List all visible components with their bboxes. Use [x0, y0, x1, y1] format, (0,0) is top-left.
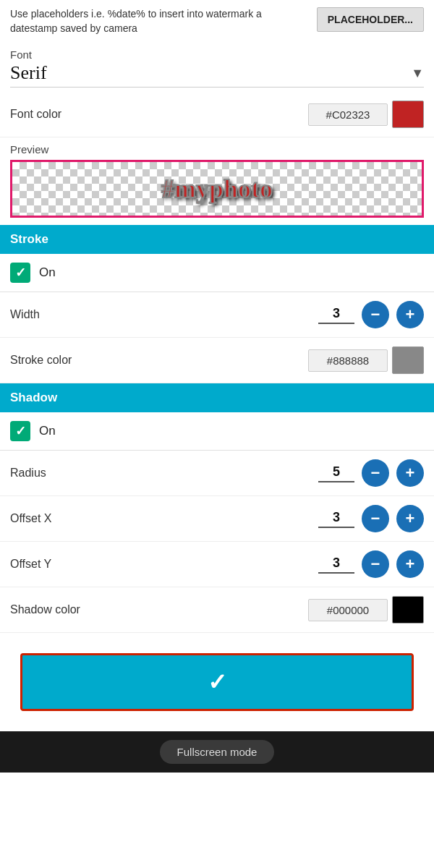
bottom-bar: Fullscreen mode — [0, 731, 434, 773]
font-name-display: Serif — [10, 62, 47, 84]
stroke-on-checkbox[interactable]: ✓ — [10, 263, 30, 283]
shadow-radius-plus-button[interactable] — [396, 459, 424, 487]
shadow-color-input-group: #000000 — [308, 596, 424, 624]
shadow-radius-minus-button[interactable] — [362, 459, 389, 487]
stroke-color-swatch[interactable] — [392, 346, 424, 374]
stroke-color-label: Stroke color — [10, 354, 72, 367]
stroke-color-row: Stroke color #888888 — [0, 338, 434, 383]
preview-text: #myphoto — [161, 174, 273, 204]
font-dropdown-arrow[interactable]: ▼ — [411, 66, 424, 81]
stroke-width-minus-button[interactable] — [362, 301, 389, 328]
font-label: Font — [10, 48, 424, 61]
shadow-radius-label: Radius — [10, 467, 46, 480]
shadow-checkmark-icon: ✓ — [15, 423, 26, 439]
font-color-label: Font color — [10, 108, 61, 121]
confirm-button[interactable]: ✓ — [20, 653, 414, 711]
font-select-row[interactable]: Serif ▼ — [10, 62, 424, 88]
stroke-header-text: Stroke — [10, 232, 48, 246]
stroke-color-hex[interactable]: #888888 — [308, 349, 388, 372]
stroke-header: Stroke — [0, 225, 434, 254]
font-section: Font Serif ▼ — [0, 41, 434, 92]
shadow-offset-y-controls: 3 — [318, 550, 424, 578]
shadow-offset-y-row: Offset Y 3 — [0, 542, 434, 587]
shadow-offset-y-value: 3 — [318, 556, 354, 574]
shadow-color-hex[interactable]: #000000 — [308, 599, 388, 621]
shadow-color-swatch[interactable] — [392, 596, 424, 624]
shadow-offset-x-minus-button[interactable] — [362, 505, 389, 532]
stroke-width-label: Width — [10, 308, 40, 321]
stroke-width-plus-button[interactable] — [396, 301, 424, 328]
stroke-on-label: On — [39, 265, 56, 280]
stroke-color-input-group: #888888 — [308, 346, 424, 374]
shadow-offset-y-plus-button[interactable] — [396, 550, 424, 578]
confirm-check-icon: ✓ — [208, 668, 227, 696]
stroke-width-value: 3 — [318, 306, 354, 324]
shadow-header-text: Shadow — [10, 391, 57, 404]
stroke-checkmark-icon: ✓ — [15, 265, 26, 281]
shadow-radius-controls: 5 — [318, 459, 424, 487]
shadow-on-checkbox[interactable]: ✓ — [10, 421, 30, 441]
shadow-on-label: On — [39, 424, 56, 438]
shadow-offset-x-label: Offset X — [10, 512, 52, 525]
shadow-offset-x-row: Offset X 3 — [0, 496, 434, 542]
shadow-offset-x-value: 3 — [318, 510, 354, 528]
shadow-offset-x-controls: 3 — [318, 505, 424, 532]
top-section: Use placeholders i.e. %date% to insert i… — [0, 0, 434, 41]
preview-label: Preview — [10, 143, 424, 156]
stroke-on-row: ✓ On — [0, 254, 434, 292]
confirm-section: ✓ — [0, 633, 434, 731]
shadow-color-label: Shadow color — [10, 603, 80, 616]
font-color-hex[interactable]: #C02323 — [308, 103, 388, 126]
stroke-width-controls: 3 — [318, 301, 424, 328]
shadow-on-row: ✓ On — [0, 412, 434, 450]
fullscreen-button[interactable]: Fullscreen mode — [160, 740, 275, 764]
shadow-radius-row: Radius 5 — [0, 451, 434, 496]
shadow-offset-y-label: Offset Y — [10, 558, 51, 571]
shadow-color-row: Shadow color #000000 — [0, 587, 434, 633]
placeholder-description: Use placeholders i.e. %date% to insert i… — [10, 7, 310, 35]
shadow-offset-y-minus-button[interactable] — [362, 550, 389, 578]
stroke-width-row: Width 3 — [0, 292, 434, 338]
shadow-radius-value: 5 — [318, 464, 354, 482]
font-color-input-group: #C02323 — [308, 101, 424, 128]
shadow-header: Shadow — [0, 383, 434, 412]
font-color-row: Font color #C02323 — [0, 92, 434, 137]
font-color-swatch[interactable] — [392, 101, 424, 128]
shadow-offset-x-plus-button[interactable] — [396, 505, 424, 532]
placeholder-button[interactable]: PLACEHOLDER... — [317, 7, 424, 32]
preview-box: #myphoto — [10, 160, 424, 218]
preview-section: Preview #myphoto — [0, 137, 434, 225]
